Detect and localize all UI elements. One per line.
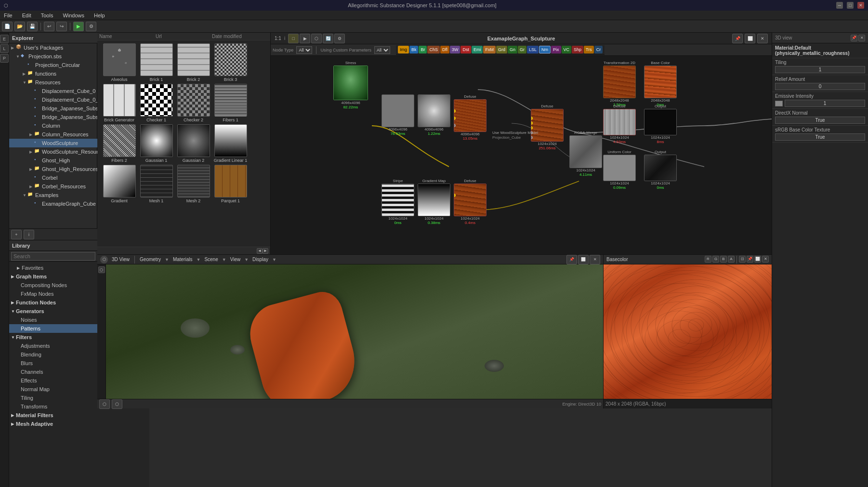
lib-thumb-mesh1[interactable]: Mesh 1 — [138, 165, 174, 203]
chan-gr[interactable]: Gr — [518, 46, 526, 53]
node-basecolor-out[interactable]: Base Color 2048x2048 0ms — [644, 61, 677, 107]
3d-pin-btn[interactable]: 📌 — [566, 255, 577, 264]
bc-pin-btn[interactable]: 📌 — [747, 256, 753, 263]
menu-edit[interactable]: Edit — [20, 12, 33, 19]
3d-bottom-btn2[interactable]: ⬡ — [112, 399, 122, 409]
3d-view-menu[interactable]: View — [230, 257, 241, 262]
graph-canvas[interactable]: Stress 4096x4096 82.22ms 4096x4096 7 — [271, 56, 772, 254]
lib-thumb-gaussian1[interactable]: Gaussian 1 — [138, 124, 174, 163]
node-defuse-large[interactable]: Defuse 1024x1024 251.06ms — [531, 104, 564, 150]
lib-thumb-parquet[interactable]: Parquet 1 — [212, 165, 249, 203]
graph-btn4[interactable]: 🔄 — [323, 34, 333, 43]
3d-close-btn[interactable]: ✕ — [590, 255, 600, 264]
chan-pix[interactable]: Pix — [551, 46, 561, 53]
3d-geometry-menu[interactable]: Geometry — [140, 257, 161, 262]
3d-scene-menu[interactable]: Scene — [204, 257, 218, 262]
3d-max-btn[interactable]: ⬜ — [578, 255, 589, 264]
bc-btn2[interactable]: G — [712, 256, 719, 263]
lib-thumb-checker1[interactable]: Checker 1 — [138, 84, 174, 122]
menu-help[interactable]: Help — [92, 12, 107, 19]
library-search-input[interactable] — [11, 252, 95, 261]
graph-btn5[interactable]: ⚙ — [334, 34, 345, 43]
node-wood-red[interactable]: Defuse 4096x4096 13.05ms — [454, 94, 487, 141]
chan-gn[interactable]: Gn — [508, 46, 517, 53]
chan-dfl[interactable]: Dfl — [440, 46, 449, 53]
lib-thumb-fibers2[interactable]: Fibers 2 — [101, 124, 137, 163]
open-btn[interactable]: 📂 — [14, 22, 25, 31]
graph-x-btn[interactable]: ✕ — [757, 34, 768, 43]
node-type-select[interactable]: All — [296, 46, 312, 54]
prop-close-btn[interactable]: ✕ — [858, 35, 865, 41]
bc-max-btn[interactable]: ⬜ — [754, 256, 761, 263]
lib-thumb-checker2[interactable]: Checker 2 — [175, 84, 211, 122]
menu-file[interactable]: File — [2, 12, 14, 19]
lib-thumb-gradlin[interactable]: Gradient Linear 1 — [212, 124, 249, 163]
thumb-nav-prev[interactable]: ◄ — [257, 248, 263, 254]
sidebar-prop-btn[interactable]: P — [0, 54, 9, 63]
node-defuse-1024[interactable]: Defuse 1024x1024 4.93ms — [603, 104, 636, 144]
node-noise1[interactable]: 4096x4096 78.53ms — [381, 94, 414, 136]
node-defuse-bottom[interactable]: Defuse 1024x1024 0.4ms — [454, 179, 487, 225]
thumb-nav-next[interactable]: ► — [263, 248, 268, 254]
3d-view-icon[interactable]: ⬡ — [100, 256, 108, 263]
node-stress[interactable]: Stress 4096x4096 82.22ms — [333, 61, 368, 109]
chan-chs[interactable]: ChS — [427, 46, 440, 53]
3d-display-menu[interactable]: Display — [252, 257, 268, 262]
node-output-1024[interactable]: Output 1024x1024 8ms — [644, 104, 677, 144]
graph-btn2[interactable]: ▶ — [300, 34, 310, 43]
prop-emissive-value[interactable]: 1 — [785, 100, 865, 107]
lib-thumb-brick2[interactable]: Brick 2 — [175, 43, 211, 82]
node-uniform-color[interactable]: Uniform Color 1024x1024 0.09ms — [603, 150, 636, 190]
node-stripe1[interactable]: Stripe 1024x1024 0ms — [381, 179, 414, 225]
bc-btn3[interactable]: B — [720, 256, 727, 263]
3d-nav-btn[interactable]: ⬡ — [98, 266, 105, 273]
chan-shp[interactable]: Shp — [572, 46, 583, 53]
bc-close-btn[interactable]: ✕ — [762, 256, 769, 263]
prop-srgb-value[interactable]: True — [775, 133, 865, 141]
node-gradmap[interactable]: Gradient Map 1024x1024 0.38ms — [418, 179, 450, 225]
chan-3w[interactable]: 3W — [450, 46, 460, 53]
menu-windows[interactable]: Windows — [61, 12, 86, 19]
redo-btn[interactable]: ↪ — [56, 22, 67, 31]
settings-btn[interactable]: ⚙ — [86, 22, 96, 31]
chan-bk[interactable]: Bk — [409, 46, 419, 53]
node-noise2[interactable]: 4096x4096 1.22ms — [418, 94, 450, 136]
chan-dst[interactable]: Dst — [460, 46, 471, 53]
close-btn[interactable]: ✕ — [857, 2, 864, 9]
chan-cr[interactable]: Cr — [594, 46, 603, 53]
lib-thumb-fibers1[interactable]: Fibers 1 — [212, 84, 249, 122]
chan-nm[interactable]: Nm — [539, 46, 551, 53]
chan-lsl[interactable]: LSL — [527, 46, 539, 53]
lib-thumb-alveolus[interactable]: Alveolus — [101, 43, 137, 82]
sidebar-lib-btn[interactable]: L — [0, 44, 9, 53]
chan-grd[interactable]: Grd — [496, 46, 507, 53]
chan-br[interactable]: Br — [419, 46, 427, 53]
lib-thumb-gradient[interactable]: Gradient — [101, 165, 137, 203]
new-btn[interactable]: 📄 — [2, 22, 13, 31]
chan-emi[interactable]: Emi — [472, 46, 483, 53]
menu-tools[interactable]: Tools — [39, 12, 55, 19]
prop-pin-btn[interactable]: 📌 — [851, 35, 857, 41]
chan-fxm[interactable]: FxM — [483, 46, 496, 53]
minimize-btn[interactable]: ─ — [836, 2, 843, 9]
lib-thumb-brick3[interactable]: Brick 3 — [212, 43, 249, 82]
undo-btn[interactable]: ↩ — [44, 22, 54, 31]
prop-tiling-value[interactable]: 1 — [775, 66, 865, 73]
bc-fit-btn[interactable]: ⊡ — [739, 256, 746, 263]
lib-thumb-gaussian2[interactable]: Gaussian 2 — [175, 124, 211, 163]
graph-max-btn[interactable]: ⬜ — [745, 34, 755, 43]
graph-btn1[interactable]: □ — [288, 34, 299, 43]
prop-directx-value[interactable]: True — [775, 117, 865, 124]
sidebar-explorer-btn[interactable]: E — [0, 35, 9, 43]
node-rgba-merge[interactable]: RGBA-Merge 1024x1024 4.11ms — [569, 131, 602, 177]
3d-materials-menu[interactable]: Materials — [173, 257, 193, 262]
lib-thumb-brickgen[interactable]: Brick Generator — [101, 84, 137, 122]
bc-btn1[interactable]: R — [705, 256, 711, 263]
prop-relief-value[interactable]: 0 — [775, 83, 865, 90]
play-btn[interactable]: ▶ — [73, 22, 84, 31]
explorer-add-btn[interactable]: + — [11, 230, 22, 239]
custom-params-select[interactable]: All — [374, 46, 390, 54]
3d-view-canvas[interactable] — [106, 264, 603, 399]
graph-btn3[interactable]: ⬡ — [311, 34, 322, 43]
lib-thumb-mesh2[interactable]: Mesh 2 — [175, 165, 211, 203]
